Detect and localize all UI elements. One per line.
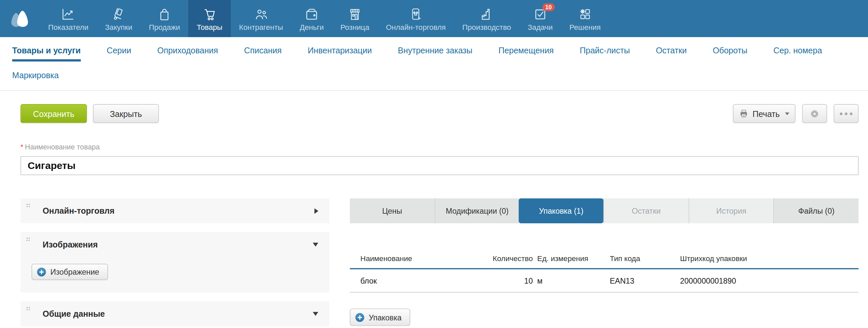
chevron-down-icon [313, 312, 318, 316]
subnav-item-ostatki[interactable]: Остатки [656, 46, 687, 55]
subnav-item-serii[interactable]: Серии [106, 46, 131, 55]
tab-modifikatsii[interactable]: Модификации (0) [434, 199, 519, 223]
retail-store-icon [348, 6, 362, 22]
panel-online-trade-header[interactable]: Онлайн-торговля [21, 199, 330, 223]
topnav-item-goods[interactable]: Товары [188, 0, 231, 37]
tab-ostatki[interactable]: Остатки [603, 199, 689, 223]
settings-button[interactable] [802, 104, 827, 123]
close-button[interactable]: Закрыть [93, 104, 159, 123]
drag-handle-icon[interactable] [26, 237, 30, 241]
left-panel-column: Онлайн-торговля Изображения Изображение [21, 199, 330, 328]
packaging-table-row[interactable]: блок 10 м EAN13 2000000001890 [350, 269, 859, 292]
topnav-item-solutions[interactable]: Решения [561, 0, 609, 37]
topnav-item-partners[interactable]: Контрагенты [231, 0, 291, 37]
printer-icon [739, 109, 748, 118]
purchases-icon [112, 6, 126, 22]
topnav-item-label: Производство [462, 23, 511, 31]
toolbar-right-group: Печать [733, 104, 859, 123]
topnav-item-money[interactable]: Деньги [291, 0, 332, 37]
panel-title: Онлайн-торговля [43, 206, 314, 215]
panel-general-data-header[interactable]: Общие данные [21, 301, 330, 326]
subnav-item-ser-nomera[interactable]: Сер. номера [773, 46, 822, 55]
topnav-item-purchases[interactable]: Закупки [97, 0, 141, 37]
print-button[interactable]: Печать [733, 104, 796, 123]
chevron-down-icon [313, 242, 318, 246]
subnav-item-oboroty[interactable]: Обороты [713, 46, 747, 55]
online-trade-icon [408, 6, 423, 22]
tab-istoriya[interactable]: История [689, 199, 774, 223]
save-button[interactable]: Сохранить [21, 104, 87, 123]
subnav-item-vnutrennie-zakazy[interactable]: Внутренние заказы [398, 46, 472, 55]
partners-icon [254, 6, 268, 22]
topnav-item-metrics[interactable]: Показатели [40, 0, 97, 37]
metrics-icon [61, 6, 75, 22]
main-content: Онлайн-торговля Изображения Изображение [21, 199, 868, 328]
add-packaging-button-label: Упаковка [369, 313, 402, 322]
subnav-item-peremeshcheniya[interactable]: Перемещения [499, 46, 554, 55]
cell-barcode: 2000000001890 [680, 269, 859, 292]
subnav-row-1: Товары и услуги Серии Оприходования Спис… [12, 46, 856, 61]
document-toolbar: Сохранить Закрыть Печать [0, 91, 868, 123]
tab-fayly[interactable]: Файлы (0) [774, 199, 859, 223]
add-image-button[interactable]: Изображение [31, 264, 108, 280]
add-image-button-label: Изображение [50, 267, 99, 276]
goods-cart-icon [202, 6, 217, 22]
topnav-item-label: Товары [197, 23, 222, 31]
print-button-label: Печать [752, 109, 780, 118]
required-mark: * [21, 143, 23, 151]
subnav-item-inventarizacii[interactable]: Инвентаризации [308, 46, 372, 55]
solutions-icon [578, 6, 592, 22]
panel-title: Изображения [43, 240, 313, 249]
tab-upakovka[interactable]: Упаковка (1) [519, 199, 603, 223]
topnav-item-production[interactable]: Производство [454, 0, 519, 37]
topnav-item-sales[interactable]: Продажи [141, 0, 188, 37]
panel-general-data: Общие данные [21, 301, 330, 326]
topnav-item-online-trade[interactable]: Онлайн-торговля [378, 0, 454, 37]
moysklad-logo-icon [9, 9, 30, 28]
panel-images-body: Изображение [21, 257, 330, 293]
drag-handle-icon[interactable] [26, 306, 30, 310]
plus-icon [355, 313, 365, 322]
column-header-name: Наименование [350, 249, 493, 269]
ellipsis-icon [840, 112, 852, 115]
drag-handle-icon[interactable] [26, 203, 30, 207]
tab-tseny[interactable]: Цены [350, 199, 434, 223]
panel-title: Общие данные [43, 309, 313, 318]
money-wallet-icon [305, 6, 319, 22]
app-window: Показатели Закупки Продажи [0, 0, 868, 328]
topnav-item-label: Онлайн-торговля [386, 23, 446, 31]
topnav-item-retail[interactable]: Розница [332, 0, 377, 37]
subnav-item-markirovka[interactable]: Маркировка [12, 70, 59, 80]
more-actions-button[interactable] [834, 104, 859, 123]
add-packaging-button[interactable]: Упаковка [350, 308, 410, 326]
column-header-code-type: Тип кода [606, 249, 680, 269]
subnav-item-spisaniya[interactable]: Списания [244, 46, 282, 55]
product-name-label: *Наименование товара [21, 143, 868, 151]
topnav-item-label: Закупки [105, 23, 132, 31]
chevron-right-icon [314, 208, 318, 214]
subnav-item-oprihodovaniya[interactable]: Оприходования [157, 46, 218, 55]
subnav-item-prays-listy[interactable]: Прайс-листы [580, 46, 630, 55]
topnav-items: Показатели Закупки Продажи [40, 0, 609, 37]
panel-images-header[interactable]: Изображения [21, 232, 330, 257]
tasks-count-badge: 10 [542, 3, 555, 11]
cell-unit: м [533, 269, 605, 292]
detail-tabs-area: Цены Модификации (0) Упаковка (1) Остатк… [350, 199, 859, 326]
subnav-item-tovary-i-uslugi[interactable]: Товары и услуги [12, 46, 81, 61]
column-header-quantity: Количество [493, 249, 533, 269]
topnav-item-label: Показатели [48, 23, 88, 31]
plus-icon [37, 267, 46, 276]
panel-online-trade: Онлайн-торговля [21, 199, 330, 223]
chevron-down-icon [784, 112, 789, 115]
sales-icon [157, 6, 172, 22]
top-navigation-bar: Показатели Закупки Продажи [0, 0, 868, 37]
gear-icon [809, 108, 820, 119]
cell-name: блок [350, 269, 493, 292]
app-logo[interactable] [0, 0, 40, 37]
product-name-input[interactable] [21, 156, 859, 175]
topnav-item-label: Задачи [528, 23, 553, 31]
topnav-item-tasks[interactable]: 10 Задачи [519, 0, 561, 37]
column-header-unit: Ед. измерения [533, 249, 605, 269]
production-icon [479, 6, 494, 22]
section-navigation: Товары и услуги Серии Оприходования Спис… [0, 37, 868, 91]
